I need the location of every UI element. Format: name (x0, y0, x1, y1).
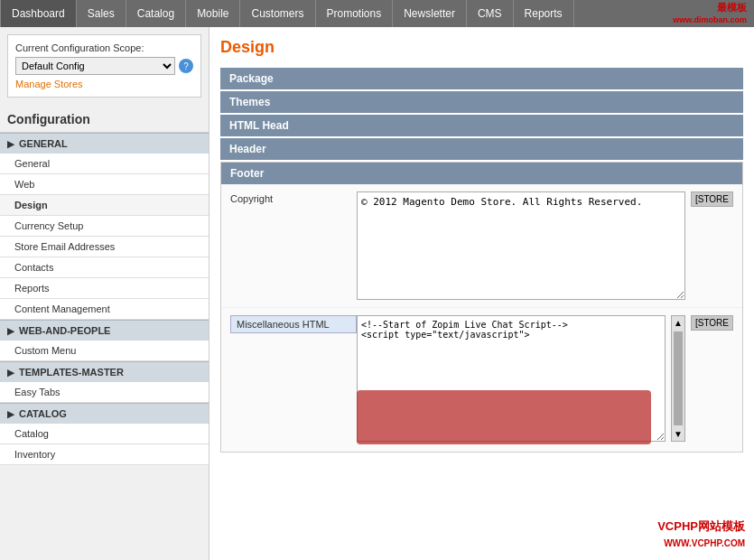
misc-store-button[interactable]: [STORE (691, 315, 733, 331)
help-icon[interactable]: ? (179, 59, 193, 73)
watermark: 最模板www.dimoban.com (673, 2, 754, 25)
copyright-textarea[interactable]: © 2012 Magento Demo Store. All Rights Re… (357, 191, 685, 300)
nav-customers[interactable]: Customers (240, 0, 315, 27)
section-arrow: ▶ (7, 139, 14, 149)
sidebar-item-inventory[interactable]: Inventory (0, 444, 209, 465)
sidebar: Current Configuration Scope: Default Con… (0, 27, 209, 560)
blurred-content (357, 390, 651, 444)
sidebar-item-design[interactable]: Design (0, 195, 209, 216)
misc-scrollbar[interactable]: ▲ ▼ (671, 315, 685, 442)
nav-cms[interactable]: CMS (467, 0, 514, 27)
section-header[interactable]: Header (220, 138, 743, 160)
nav-catalog[interactable]: Catalog (126, 0, 186, 27)
sidebar-item-easy-tabs[interactable]: Easy Tabs (0, 382, 209, 403)
footer-section: Footer Copyright © 2012 Magento Demo Sto… (220, 162, 743, 453)
copyright-field: © 2012 Magento Demo Store. All Rights Re… (357, 191, 733, 300)
section-html-head[interactable]: HTML Head (220, 115, 743, 136)
copyright-store-button[interactable]: [STORE (691, 191, 733, 207)
sidebar-section-general[interactable]: ▶ GENERAL (0, 133, 209, 154)
sidebar-item-web[interactable]: Web (0, 174, 209, 195)
section-arrow: ▶ (7, 326, 14, 336)
page-title: Design (220, 38, 743, 57)
scroll-up-arrow[interactable]: ▲ (672, 316, 684, 330)
copyright-row: Copyright © 2012 Magento Demo Store. All… (221, 184, 742, 308)
footer-section-header[interactable]: Footer (221, 163, 742, 184)
section-package[interactable]: Package (220, 68, 743, 89)
scope-select[interactable]: Default Config (15, 57, 175, 75)
sidebar-section-web-people[interactable]: ▶ WEB-AND-PEOPLE (0, 320, 209, 341)
nav-newsletter[interactable]: Newsletter (393, 0, 467, 27)
nav-reports[interactable]: Reports (514, 0, 574, 27)
misc-html-label: Miscellaneous HTML (230, 315, 357, 333)
sidebar-item-catalog[interactable]: Catalog (0, 424, 209, 444)
sidebar-config-title: Configuration (0, 105, 209, 133)
sidebar-item-store-email[interactable]: Store Email Addresses (0, 237, 209, 257)
misc-html-field: <!--Start of Zopim Live Chat Script--> <… (357, 315, 733, 444)
scroll-down-arrow[interactable]: ▼ (672, 427, 684, 441)
misc-textarea-wrap: <!--Start of Zopim Live Chat Script--> <… (357, 315, 666, 444)
sidebar-section-catalog[interactable]: ▶ CATALOG (0, 403, 209, 424)
section-label: WEB-AND-PEOPLE (19, 325, 110, 336)
section-label: GENERAL (19, 138, 68, 149)
sidebar-item-general[interactable]: General (0, 154, 209, 174)
section-themes[interactable]: Themes (220, 91, 743, 113)
sidebar-item-content-management[interactable]: Content Management (0, 299, 209, 320)
section-label: TEMPLATES-MASTER (19, 367, 124, 378)
nav-sales[interactable]: Sales (77, 0, 126, 27)
nav-mobile[interactable]: Mobile (186, 0, 240, 27)
scroll-thumb[interactable] (674, 331, 683, 425)
sidebar-item-custom-menu[interactable]: Custom Menu (0, 341, 209, 361)
content-area: Design Package Themes HTML Head Header F… (209, 27, 754, 560)
scope-label: Current Configuration Scope: (15, 42, 193, 53)
bottom-watermark: VCPHP网站模板 WWW.VCPHP.COM (657, 518, 745, 551)
section-arrow: ▶ (7, 368, 14, 378)
sidebar-section-templates[interactable]: ▶ TEMPLATES-MASTER (0, 361, 209, 382)
copyright-label: Copyright (230, 191, 357, 204)
top-navigation: Dashboard Sales Catalog Mobile Customers… (0, 0, 754, 27)
section-arrow: ▶ (7, 409, 14, 419)
scope-box: Current Configuration Scope: Default Con… (7, 34, 201, 98)
sidebar-item-contacts[interactable]: Contacts (0, 257, 209, 278)
misc-html-row: Miscellaneous HTML <!--Start of Zopim Li… (221, 308, 742, 452)
section-label: CATALOG (19, 408, 67, 419)
sidebar-item-currency-setup[interactable]: Currency Setup (0, 216, 209, 237)
manage-stores-link[interactable]: Manage Stores (15, 79, 193, 89)
sidebar-item-reports[interactable]: Reports (0, 278, 209, 299)
nav-dashboard[interactable]: Dashboard (0, 0, 77, 27)
nav-promotions[interactable]: Promotions (316, 0, 394, 27)
